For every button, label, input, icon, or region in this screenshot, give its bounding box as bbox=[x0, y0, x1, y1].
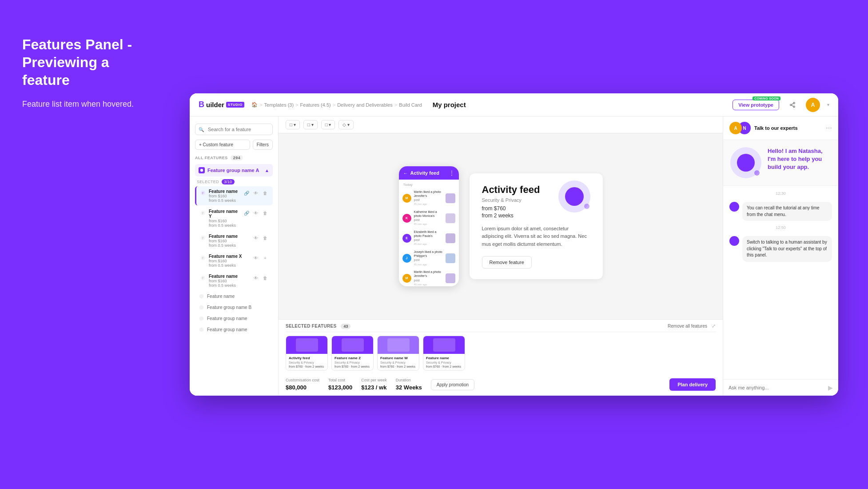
feature-icon-small bbox=[199, 293, 204, 299]
feature-detail-visual bbox=[558, 180, 590, 212]
sidebar-item-group-2[interactable]: Feature group name bbox=[195, 325, 273, 335]
apply-promotion-button[interactable]: Apply promotion bbox=[431, 379, 474, 390]
preview-card-name-1: Feature name Z bbox=[334, 356, 370, 360]
link-icon-1[interactable]: 🔗 bbox=[243, 209, 251, 217]
chat-avatars: A N bbox=[729, 122, 751, 134]
user-avatar-button[interactable]: A bbox=[806, 98, 820, 112]
svg-line-3 bbox=[792, 105, 793, 106]
custom-feature-button[interactable]: + Custom feature bbox=[195, 140, 250, 150]
breadcrumb-delivery[interactable]: Delivery and Deliverables bbox=[337, 102, 393, 108]
breadcrumb-build-card[interactable]: Build Card bbox=[399, 102, 422, 108]
feature-item-4[interactable]: F Feature name from $160 from 0.5 weeks … bbox=[195, 271, 273, 290]
phone-list-item-2: E Elizabeth liked a photo Paula'spost45 … bbox=[399, 228, 459, 248]
remove-all-features-button[interactable]: Remove all features bbox=[668, 324, 707, 329]
tool-button-2[interactable]: □ ▾ bbox=[321, 120, 335, 129]
project-title: My project bbox=[433, 101, 466, 108]
feature-detail-card: Activity feed Security & Privacy from $7… bbox=[470, 173, 603, 279]
feature-item-3[interactable]: F Feature name X from $160 from 0.5 week… bbox=[195, 251, 273, 270]
chat-input[interactable] bbox=[729, 385, 824, 390]
app-window: B uilder STUDIO 🏠 > Templates (3) > Feat… bbox=[190, 93, 838, 396]
feature-detail-time: from 2 weeks bbox=[482, 212, 540, 219]
preview-card-1[interactable]: Feature name Z Security & Privacy from $… bbox=[331, 336, 374, 371]
feature-group-a[interactable]: Feature group name A ▲ bbox=[195, 164, 273, 176]
delete-icon-4[interactable]: 🗑 bbox=[261, 274, 269, 282]
plan-delivery-button[interactable]: Plan delivery bbox=[669, 378, 716, 391]
preview-card-price-3: from $760 · from 2 weeks bbox=[426, 365, 462, 368]
sidebar-item-group-1[interactable]: Feature group name bbox=[195, 313, 273, 324]
feature-item-name-4: Feature name bbox=[209, 274, 249, 279]
preview-card-price-0: from $760 · from 2 weeks bbox=[289, 365, 325, 368]
eye-icon-4[interactable]: 👁 bbox=[252, 274, 260, 282]
search-input[interactable] bbox=[195, 124, 273, 135]
preview-card-3[interactable]: Feature name Security & Privacy from $76… bbox=[423, 336, 465, 371]
delete-icon-1[interactable]: 🗑 bbox=[261, 209, 269, 217]
tool-button-1[interactable]: □ ▾ bbox=[303, 120, 318, 129]
cost-per-week-value: $123 / wk bbox=[361, 384, 386, 391]
msg-row-1: Switch to talking to a human assistant b… bbox=[729, 236, 832, 262]
sidebar-item-feature-name[interactable]: Feature name bbox=[195, 291, 273, 301]
add-icon-3[interactable]: + bbox=[261, 254, 269, 262]
view-prototype-button[interactable]: COMING SOON View prototype bbox=[733, 100, 779, 110]
sidebar-buttons: + Custom feature Filters bbox=[195, 140, 273, 150]
feature-item-actions-0: 🔗 👁 🗑 bbox=[243, 189, 269, 197]
feature-item-weeks-1: from 0.5 weeks bbox=[209, 223, 240, 228]
svg-point-5 bbox=[200, 169, 203, 172]
phone-header: ← Activity feed ⋮ bbox=[399, 166, 459, 180]
svg-point-16 bbox=[199, 294, 204, 299]
remove-feature-button[interactable]: Remove feature bbox=[482, 256, 532, 269]
link-icon-0[interactable]: 🔗 bbox=[243, 189, 251, 197]
phone-avatar-2: E bbox=[402, 234, 411, 243]
feature-detail-price: from $760 bbox=[482, 205, 540, 212]
send-button[interactable]: ▶ bbox=[828, 384, 833, 391]
svg-text:F: F bbox=[202, 212, 204, 215]
page-title: Features Panel - Previewing a feature bbox=[22, 36, 155, 89]
total-cost-item: Total cost $123,000 bbox=[328, 378, 352, 391]
filters-button[interactable]: Filters bbox=[253, 140, 273, 150]
breadcrumb-features[interactable]: Features (4.5) bbox=[300, 102, 331, 108]
svg-text:F: F bbox=[202, 277, 204, 280]
preview-card-cat-2: Security & Privacy bbox=[380, 361, 416, 364]
preview-card-price-1: from $760 · from 2 weeks bbox=[334, 365, 370, 368]
eye-icon-3[interactable]: 👁 bbox=[252, 254, 260, 262]
breadcrumb-templates[interactable]: Templates (3) bbox=[264, 102, 294, 108]
search-wrap: 🔍 bbox=[195, 124, 273, 135]
avatar-chevron-icon[interactable]: ▾ bbox=[827, 102, 829, 107]
sidebar-item-group-b[interactable]: Feature group name B bbox=[195, 302, 273, 313]
selected-features-count: 43 bbox=[341, 324, 350, 329]
phone-mockup: ← Activity feed ⋮ Today M Martin liked a… bbox=[399, 166, 459, 286]
phone-item-img-1 bbox=[446, 213, 455, 223]
feature-item-1[interactable]: F Feature name Y from $160 from 0.5 week… bbox=[195, 206, 273, 230]
feature-item-2[interactable]: F Feature name from $160 from 0.5 weeks … bbox=[195, 231, 273, 250]
feature-item-actions-2: 👁 🗑 bbox=[252, 234, 269, 242]
phone-back-icon[interactable]: ← bbox=[403, 171, 408, 176]
feature-item-weeks-2: from 0.5 weeks bbox=[209, 243, 249, 248]
tool-button-0[interactable]: □ ▾ bbox=[286, 120, 300, 129]
eye-icon-2[interactable]: 👁 bbox=[252, 234, 260, 242]
eye-icon-1[interactable]: 👁 bbox=[252, 209, 260, 217]
msg-time-1: 12:50 bbox=[729, 225, 832, 230]
delete-icon-2[interactable]: 🗑 bbox=[261, 234, 269, 242]
phone-item-img-4 bbox=[446, 273, 455, 283]
canvas-area: ← Activity feed ⋮ Today M Martin liked a… bbox=[279, 133, 723, 319]
phone-item-text-2: Elizabeth liked a photo Paula'spost45 mi… bbox=[414, 230, 443, 246]
feature-group-name-1: Feature group name bbox=[207, 316, 247, 321]
breadcrumb-home[interactable]: 🏠 bbox=[251, 102, 258, 108]
svg-point-1 bbox=[790, 104, 792, 106]
delete-icon-0[interactable]: 🗑 bbox=[261, 189, 269, 197]
bottom-bar: SELECTED FEATURES 43 Remove all features… bbox=[279, 319, 723, 396]
preview-card-2[interactable]: Feature name W Security & Privacy from $… bbox=[377, 336, 419, 371]
natasha-inner-circle bbox=[737, 154, 755, 172]
feature-item-name-3: Feature name X bbox=[209, 254, 249, 259]
feature-item-0[interactable]: F Feature name from $160 from 0.5 weeks … bbox=[195, 186, 273, 205]
preview-card-0[interactable]: Activity feed Security & Privacy from $7… bbox=[286, 336, 328, 371]
eye-icon-0[interactable]: 👁 bbox=[252, 189, 260, 197]
tool-button-3[interactable]: ◇ ▾ bbox=[338, 120, 354, 129]
phone-avatar-1: K bbox=[402, 214, 411, 223]
share-button[interactable] bbox=[786, 99, 799, 111]
phone-more-icon[interactable]: ⋮ bbox=[449, 170, 454, 176]
chat-more-icon[interactable]: ⋯ bbox=[826, 124, 832, 132]
selected-label: SELECTED bbox=[197, 180, 219, 184]
feature-item-price-1: from $160 bbox=[209, 219, 240, 223]
expand-icon[interactable]: ⤢ bbox=[712, 323, 716, 329]
phone-date: Today bbox=[399, 181, 459, 188]
